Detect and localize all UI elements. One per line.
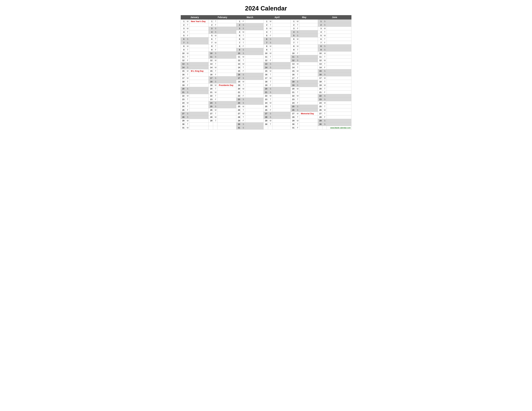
day-letter-april-1: M <box>268 20 272 23</box>
day-num-june-4: 4 <box>318 30 322 34</box>
day-letter-june-29: S <box>322 119 327 122</box>
day-letter-april-20: S <box>268 87 272 91</box>
day-num-march-24: 24 <box>236 101 241 105</box>
day-event-january-21 <box>190 91 209 94</box>
day-event-january-23 <box>190 98 209 101</box>
day-letter-february-9: F <box>213 48 218 52</box>
day-event-january-27 <box>190 112 209 115</box>
day-event-april-14 <box>272 66 291 69</box>
day-letter-march-23: S <box>241 98 245 101</box>
day-event-march-10 <box>245 52 263 55</box>
day-num-may-21: 21 <box>291 91 295 94</box>
day-letter-march-13: W <box>241 62 245 66</box>
day-event-january-3 <box>190 27 209 30</box>
day-event-march-30 <box>245 122 263 126</box>
day-num-february-3: 3 <box>209 27 213 30</box>
day-letter-february-23: F <box>213 98 218 101</box>
day-num-april-16: 16 <box>263 73 268 76</box>
day-num-january-21: 21 <box>181 91 185 94</box>
day-num-june-22: 22 <box>318 94 322 98</box>
empty-letter-june-r30 <box>322 126 327 130</box>
day-num-february-24: 24 <box>209 101 213 105</box>
day-letter-april-4: T <box>268 30 272 34</box>
day-num-february-25: 25 <box>209 105 213 108</box>
day-event-june-8 <box>327 45 351 48</box>
day-event-april-1 <box>272 20 291 23</box>
day-event-may-16 <box>300 73 318 76</box>
day-event-april-20 <box>272 87 291 91</box>
day-num-march-21: 21 <box>236 91 241 94</box>
day-num-may-3: 3 <box>291 27 295 30</box>
day-num-march-13: 13 <box>236 62 241 66</box>
empty-event-april-r30 <box>272 126 291 130</box>
day-event-june-3 <box>327 27 351 30</box>
day-letter-january-9: T <box>185 48 190 52</box>
day-letter-january-18: T <box>185 80 190 84</box>
day-event-march-22 <box>245 94 263 98</box>
day-event-april-9 <box>272 48 291 52</box>
day-letter-march-4: M <box>241 30 245 34</box>
day-letter-june-17: M <box>322 76 327 80</box>
day-event-january-1: New Year's Day <box>190 20 209 23</box>
day-letter-february-24: S <box>213 101 218 105</box>
day-num-february-6: 6 <box>209 37 213 41</box>
day-num-april-3: 3 <box>263 27 268 30</box>
day-letter-january-14: S <box>185 66 190 69</box>
day-event-may-31 <box>300 126 318 130</box>
day-event-february-22 <box>218 94 236 98</box>
day-letter-january-4: T <box>185 30 190 34</box>
day-event-april-17 <box>272 76 291 80</box>
day-letter-june-22: S <box>322 94 327 98</box>
day-event-may-7 <box>300 41 318 45</box>
day-num-february-15: 15 <box>209 69 213 73</box>
day-letter-may-6: M <box>295 37 300 41</box>
day-letter-march-9: S <box>241 48 245 52</box>
day-event-february-8 <box>218 45 236 48</box>
day-event-april-2 <box>272 23 291 27</box>
day-num-january-28: 28 <box>181 115 185 119</box>
day-event-february-3 <box>218 27 236 30</box>
day-letter-march-17: S <box>241 76 245 80</box>
day-letter-january-5: F <box>185 34 190 37</box>
day-letter-april-28: S <box>268 115 272 119</box>
day-num-june-12: 12 <box>318 59 322 62</box>
day-letter-june-21: F <box>322 91 327 94</box>
day-event-january-19 <box>190 84 209 87</box>
day-event-april-23 <box>272 98 291 101</box>
day-num-april-22: 22 <box>263 94 268 98</box>
day-letter-june-27: T <box>322 112 327 115</box>
day-event-june-7 <box>327 41 351 45</box>
day-letter-april-17: W <box>268 76 272 80</box>
day-num-june-7: 7 <box>318 41 322 45</box>
day-num-january-2: 2 <box>181 23 185 27</box>
day-num-january-31: 31 <box>181 126 185 130</box>
day-letter-june-8: S <box>322 45 327 48</box>
day-letter-june-30: S <box>322 122 327 126</box>
day-letter-april-3: W <box>268 27 272 30</box>
day-num-june-14: 14 <box>318 66 322 69</box>
day-event-january-11 <box>190 55 209 59</box>
day-num-june-27: 27 <box>318 112 322 115</box>
day-letter-march-2: S <box>241 23 245 27</box>
day-letter-february-14: W <box>213 66 218 69</box>
day-letter-june-15: S <box>322 69 327 73</box>
day-event-january-18 <box>190 80 209 84</box>
day-num-april-29: 29 <box>263 119 268 122</box>
day-event-january-8 <box>190 45 209 48</box>
day-letter-february-18: S <box>213 80 218 84</box>
day-letter-june-5: W <box>322 34 327 37</box>
day-num-april-20: 20 <box>263 87 268 91</box>
day-letter-january-30: T <box>185 122 190 126</box>
day-num-april-18: 18 <box>263 80 268 84</box>
day-letter-january-15: M <box>185 69 190 73</box>
day-event-march-26 <box>245 108 263 112</box>
day-letter-june-12: W <box>322 59 327 62</box>
day-letter-may-15: W <box>295 69 300 73</box>
day-event-february-21 <box>218 91 236 94</box>
day-letter-january-23: T <box>185 98 190 101</box>
day-letter-february-26: M <box>213 108 218 112</box>
day-letter-march-7: T <box>241 41 245 45</box>
day-event-may-18 <box>300 80 318 84</box>
day-event-april-11 <box>272 55 291 59</box>
day-num-january-15: 15 <box>181 69 185 73</box>
